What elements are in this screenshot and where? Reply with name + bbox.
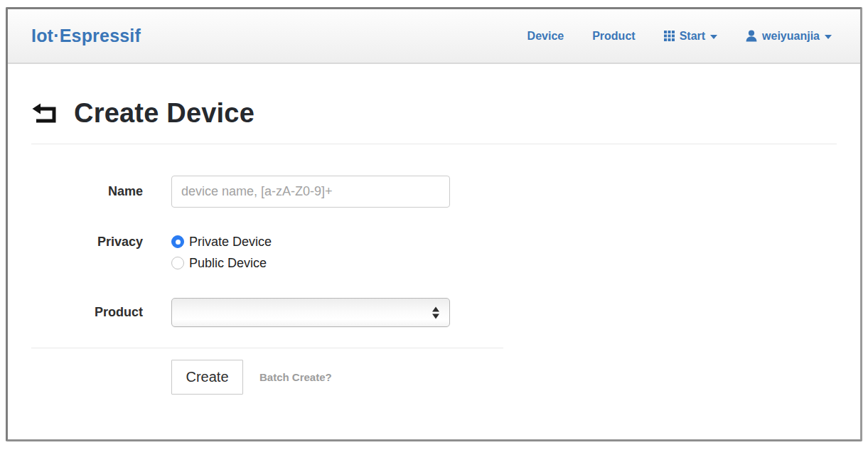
name-label: Name xyxy=(31,184,143,199)
nav-item-user-dropdown[interactable]: weiyuanjia xyxy=(746,30,832,43)
app-window: Iot·Espressif Device Product Start xyxy=(6,7,862,441)
radio-public-device[interactable]: Public Device xyxy=(171,255,272,272)
privacy-radio-group: Private Device Public Device xyxy=(171,233,272,272)
nav-item-label: Device xyxy=(527,30,564,43)
radio-button-icon xyxy=(171,257,184,269)
chevron-down-icon xyxy=(825,35,832,39)
user-icon xyxy=(746,30,757,42)
header-divider xyxy=(31,144,837,144)
radio-label: Public Device xyxy=(189,255,267,272)
page-header: Create Device xyxy=(31,98,837,129)
chevron-down-icon xyxy=(710,35,717,39)
page-title: Create Device xyxy=(74,98,254,129)
radio-label: Private Device xyxy=(189,233,272,250)
product-label: Product xyxy=(31,305,143,320)
page-content: Create Device Name Privacy Private Devic… xyxy=(8,98,860,395)
select-arrows-icon xyxy=(432,306,439,318)
form-divider xyxy=(31,348,503,348)
form-row-name: Name xyxy=(31,176,503,208)
nav-item-device[interactable]: Device xyxy=(527,30,564,43)
nav-item-label: Product xyxy=(592,30,635,43)
batch-create-link[interactable]: Batch Create? xyxy=(259,371,332,383)
form-row-product: Product xyxy=(31,298,503,327)
nav-item-product[interactable]: Product xyxy=(592,30,635,43)
product-select[interactable] xyxy=(171,298,450,327)
radio-private-device[interactable]: Private Device xyxy=(171,233,272,250)
back-arrow-icon[interactable] xyxy=(31,103,58,124)
nav-item-start-dropdown[interactable]: Start xyxy=(664,30,717,43)
navbar: Iot·Espressif Device Product Start xyxy=(8,9,860,64)
create-device-form: Name Privacy Private Device Public Devic… xyxy=(31,176,503,395)
create-button[interactable]: Create xyxy=(171,360,243,395)
nav-item-label: Start xyxy=(680,30,705,43)
radio-button-icon xyxy=(171,235,184,248)
brand-logo[interactable]: Iot·Espressif xyxy=(31,26,141,46)
grid-icon xyxy=(664,31,675,41)
nav-menu: Device Product Start xyxy=(527,30,832,43)
nav-item-label: weiyuanjia xyxy=(762,30,820,43)
privacy-label: Privacy xyxy=(31,233,143,250)
device-name-input[interactable] xyxy=(171,176,450,208)
form-actions: Create Batch Create? xyxy=(31,360,503,395)
form-row-privacy: Privacy Private Device Public Device xyxy=(31,233,503,272)
